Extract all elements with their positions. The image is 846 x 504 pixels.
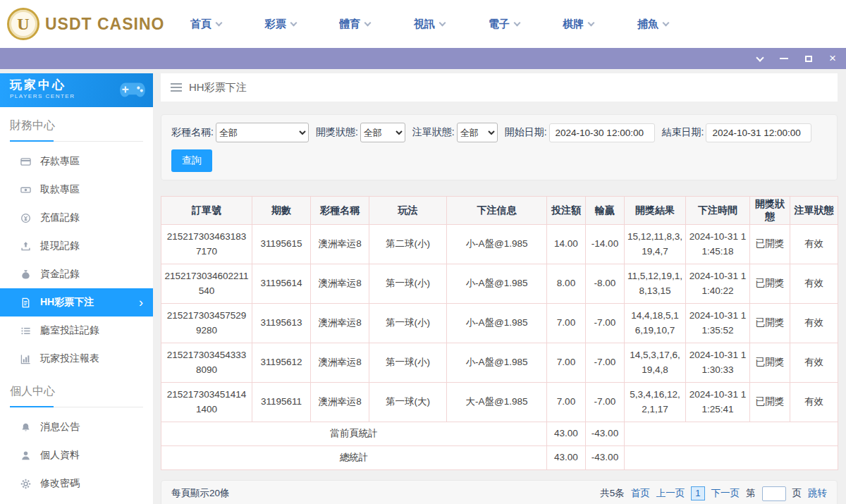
breadcrumb: HH彩票下注: [161, 73, 838, 102]
col-header-period: 期數: [252, 197, 311, 225]
menu-icon[interactable]: [171, 83, 182, 92]
fund-record-icon: [20, 269, 31, 280]
pagination-total: 共5条: [600, 487, 625, 500]
nav-item-label: 視訊: [414, 18, 435, 31]
sidebar-item-player-reports[interactable]: 玩家投注報表: [0, 345, 153, 373]
cell-order-status: 有效: [790, 225, 838, 264]
lottery-select[interactable]: 全部: [216, 123, 309, 142]
close-icon[interactable]: ×: [829, 53, 836, 64]
start-date-label: 開始日期:: [505, 126, 547, 139]
main-content: HH彩票下注 彩種名稱: 全部 開獎狀態: 全部 注單狀態: 全部: [153, 73, 846, 504]
per-page-text: 每頁顯示20條: [171, 487, 230, 500]
pagination-jump-button[interactable]: 跳转: [808, 487, 827, 500]
cell-draw-status: 已開獎: [750, 383, 790, 422]
sidebar-item-fund-records[interactable]: 資金記錄: [0, 260, 153, 288]
nav-item-sports[interactable]: 體育: [339, 18, 370, 31]
cell-lottery: 澳洲幸运8: [311, 225, 369, 264]
recharge-record-icon: [20, 212, 31, 223]
brand-logo-text: USDT CASINO: [45, 15, 164, 34]
chevron-down-icon: [364, 19, 372, 26]
top-nav: U USDT CASINO 首頁 彩票 體育 視訊 電子 棋牌 捕魚: [0, 0, 846, 48]
cell-bet-info: 小-A盤@1.985: [447, 225, 547, 264]
sidebar-item-hh-lottery-bets[interactable]: HH彩票下注 ›: [0, 288, 153, 316]
brand-logo-icon: U: [7, 8, 39, 40]
pagination-next[interactable]: 下一页: [711, 487, 740, 500]
pagination-first[interactable]: 首页: [631, 487, 650, 500]
cell-lottery: 澳洲幸运8: [311, 264, 369, 304]
page-title: HH彩票下注: [189, 81, 247, 94]
nav-item-label: 彩票: [265, 18, 286, 31]
start-date-input[interactable]: [549, 123, 655, 142]
sidebar-item-recharge-records[interactable]: 充值記錄: [0, 204, 153, 232]
col-header-bet-info: 下注信息: [447, 197, 547, 225]
pagination-page-input[interactable]: [762, 486, 786, 501]
cell-period: 31195611: [252, 383, 311, 422]
sidebar-header: 玩家中心 PLAYERS CENTER: [0, 73, 153, 107]
pagination-current-page[interactable]: 1: [691, 486, 704, 500]
nav-item-lottery[interactable]: 彩票: [265, 18, 296, 31]
bell-icon: [20, 422, 31, 433]
cell-lottery: 澳洲幸运8: [311, 304, 369, 343]
cell-draw-result: 14,5,3,17,6,19,4,8: [625, 343, 686, 383]
col-header-bet-amount: 投注額: [547, 197, 586, 225]
col-header-order-status: 注單狀態: [790, 197, 838, 225]
table-row-grand-summary: 總統計 43.00 -43.00: [161, 446, 838, 470]
draw-status-filter-label: 開獎狀態:: [316, 126, 358, 139]
chevron-down-icon: [588, 19, 595, 26]
sidebar-item-label: 個人資料: [40, 449, 80, 462]
table-row: 2152173034543338090 31195612 澳洲幸运8 第一球(小…: [161, 343, 838, 383]
end-date-input[interactable]: [706, 123, 811, 142]
col-header-order-id: 訂單號: [161, 197, 252, 225]
sidebar-item-withdraw[interactable]: 取款專區: [0, 176, 153, 204]
summary-label: 總統計: [161, 446, 547, 470]
nav-item-fishing[interactable]: 捕魚: [637, 18, 668, 31]
cell-bet-info: 小-A盤@1.985: [447, 264, 547, 304]
sidebar-item-room-bet-records[interactable]: 廳室投註記錄: [0, 316, 153, 345]
sidebar-item-label: 廳室投註記錄: [40, 324, 99, 337]
titlebar-chevron-down-icon[interactable]: [757, 53, 763, 64]
pagination-jump-prefix: 第: [746, 487, 756, 500]
cell-bet-amount: 7.00: [547, 304, 586, 343]
cell-bet-amount: 14.00: [547, 225, 586, 264]
cell-play: 第一球(小): [369, 264, 447, 304]
cell-bet-time: 2024-10-31 11:45:18: [686, 225, 750, 264]
draw-status-select[interactable]: 全部: [360, 123, 405, 142]
player-report-icon: [20, 353, 31, 364]
order-status-select[interactable]: 全部: [457, 123, 498, 142]
sidebar-item-announcements[interactable]: 消息公告: [0, 413, 153, 441]
summary-bet-amount: 43.00: [547, 446, 586, 470]
cell-order-id: 2152173034575299280: [161, 304, 252, 343]
cell-order-id: 2152173034514141400: [161, 383, 252, 422]
cell-play: 第一球(小): [369, 304, 447, 343]
cell-period: 31195614: [252, 264, 311, 304]
cell-bet-time: 2024-10-31 11:35:52: [686, 304, 750, 343]
table-row: 2152173034514141400 31195611 澳洲幸运8 第一球(大…: [161, 383, 838, 422]
minimize-icon[interactable]: [780, 53, 788, 64]
col-header-win-loss: 輸贏: [586, 197, 625, 225]
cell-order-id: 2152173034543338090: [161, 343, 252, 383]
sidebar-item-profile[interactable]: 個人資料: [0, 441, 153, 469]
sidebar-item-label: 充值記錄: [40, 211, 80, 224]
nav-item-cards[interactable]: 棋牌: [563, 18, 594, 31]
cell-draw-status: 已開獎: [750, 343, 790, 383]
nav-item-slots[interactable]: 電子: [489, 18, 520, 31]
nav-item-home[interactable]: 首頁: [190, 18, 221, 31]
maximize-icon[interactable]: [805, 53, 812, 64]
nav-item-live[interactable]: 視訊: [414, 18, 445, 31]
brand-logo[interactable]: U USDT CASINO: [0, 8, 178, 40]
cell-period: 31195613: [252, 304, 311, 343]
cell-order-status: 有效: [790, 343, 838, 383]
cell-draw-status: 已開獎: [750, 264, 790, 304]
lottery-bet-icon: [20, 297, 31, 308]
col-header-play: 玩法: [369, 197, 447, 225]
pagination-prev[interactable]: 上一页: [656, 487, 685, 500]
sidebar-item-change-password[interactable]: 修改密碼: [0, 469, 153, 498]
sidebar-item-withdrawal-records[interactable]: 提現記錄: [0, 232, 153, 260]
sidebar-section-personal: 個人中心: [10, 384, 143, 407]
sidebar-item-deposit[interactable]: 存款專區: [0, 147, 153, 176]
cell-bet-time: 2024-10-31 11:40:22: [686, 264, 750, 304]
cell-bet-info: 大-A盤@1.985: [447, 383, 547, 422]
nav-item-label: 捕魚: [637, 18, 658, 31]
search-button[interactable]: 查詢: [171, 149, 212, 172]
pagination: 共5条 首页 上一页 1 下一页 第 页 跳转: [600, 486, 827, 501]
